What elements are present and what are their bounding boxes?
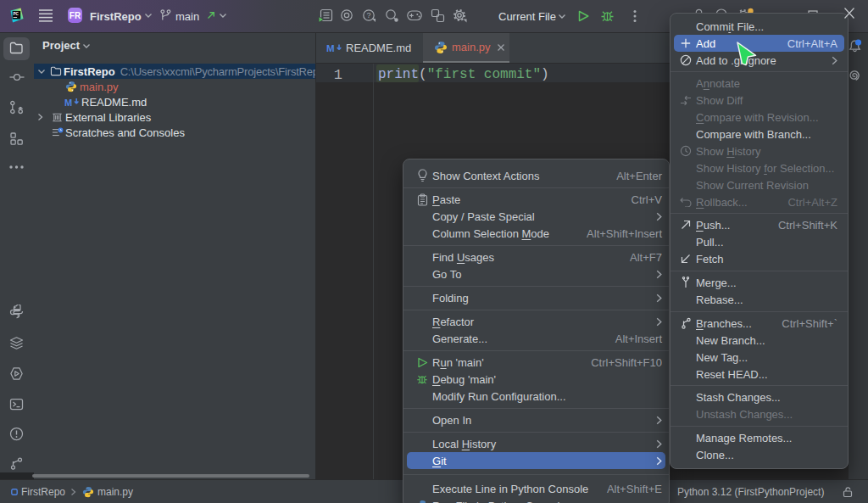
svg-text:M: M [326,43,335,53]
svg-text:M: M [64,98,72,108]
svg-text:PC: PC [14,12,19,16]
svg-text:?: ? [366,11,370,20]
